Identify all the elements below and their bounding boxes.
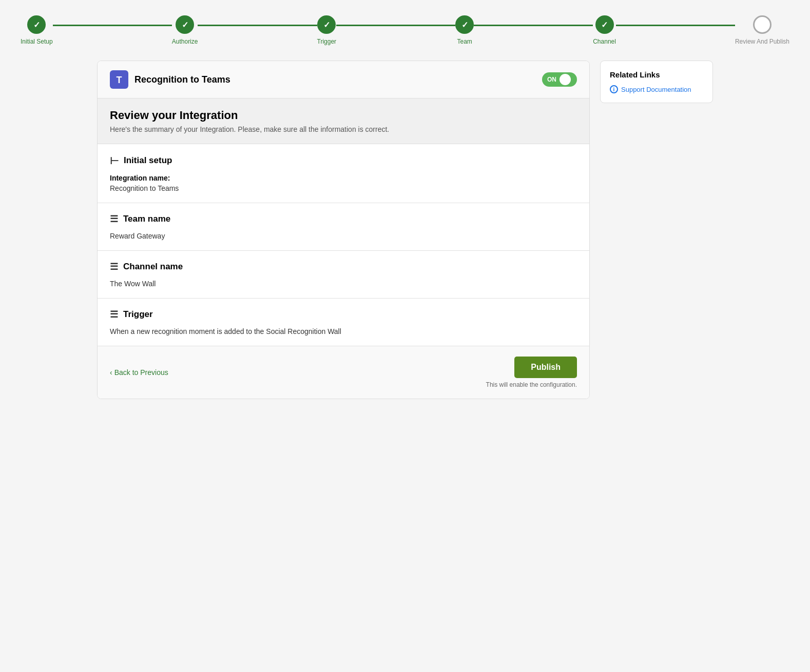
progress-bar: ✓Initial Setup✓Authorize✓Trigger✓Team✓Ch… [10, 15, 800, 45]
step-label-review-and-publish: Review And Publish [735, 38, 789, 45]
step-connector-2 [336, 25, 455, 26]
section-heading-trigger: ☰Trigger [110, 309, 577, 320]
main-layout: T Recognition to Teams ON Review your In… [97, 61, 713, 399]
section-icon-initial-setup: ⊢ [110, 154, 119, 167]
step-authorize: ✓Authorize [172, 15, 198, 45]
section-icon-team-name: ☰ [110, 213, 118, 225]
related-links-title: Related Links [610, 70, 703, 79]
step-connector-3 [474, 25, 593, 26]
toggle-knob [560, 74, 571, 85]
info-section-trigger: ☰TriggerWhen a new recognition moment is… [98, 299, 589, 346]
section-heading-text-initial-setup: Initial setup [124, 155, 172, 166]
section-heading-text-team-name: Team name [123, 214, 170, 224]
step-label-trigger: Trigger [317, 38, 337, 45]
step-channel: ✓Channel [593, 15, 616, 45]
section-icon-trigger: ☰ [110, 309, 118, 320]
back-label: Back to Previous [114, 368, 168, 377]
review-subtitle: Here's the summary of your Integration. … [110, 125, 577, 133]
step-connector-1 [198, 25, 317, 26]
field-label-initial-setup: Integration name: [110, 174, 577, 182]
integration-name-label: Recognition to Teams [134, 74, 230, 85]
info-section-initial-setup: ⊢Initial setupIntegration name:Recogniti… [98, 144, 589, 203]
right-panel: Related Links i Support Documentation [600, 61, 713, 103]
on-off-toggle[interactable]: ON [542, 72, 577, 87]
publish-note: This will enable the configuration. [486, 381, 577, 388]
step-circle-trigger[interactable]: ✓ [317, 15, 336, 34]
checkmark-icon: ✓ [323, 20, 330, 30]
panel-footer: ‹ Back to Previous Publish This will ena… [98, 346, 589, 399]
teams-icon: T [110, 70, 128, 89]
integration-header: T Recognition to Teams ON [98, 61, 589, 98]
step-connector-4 [616, 25, 735, 26]
field-value-team-name: Reward Gateway [110, 232, 577, 240]
step-review-and-publish: Review And Publish [735, 15, 789, 45]
step-circle-initial-setup[interactable]: ✓ [27, 15, 46, 34]
section-heading-team-name: ☰Team name [110, 213, 577, 225]
publish-area: Publish This will enable the configurati… [486, 357, 577, 388]
field-value-trigger: When a new recognition moment is added t… [110, 327, 577, 335]
checkmark-icon: ✓ [461, 20, 468, 30]
support-label: Support Documentation [621, 86, 691, 93]
publish-button[interactable]: Publish [514, 357, 577, 378]
field-value-initial-setup: Recognition to Teams [110, 184, 577, 192]
integration-title-group: T Recognition to Teams [110, 70, 230, 89]
support-documentation-link[interactable]: i Support Documentation [610, 85, 703, 93]
step-label-team: Team [457, 38, 472, 45]
toggle-container[interactable]: ON [542, 72, 577, 87]
section-heading-initial-setup: ⊢Initial setup [110, 154, 577, 167]
section-heading-text-channel-name: Channel name [123, 262, 183, 272]
section-icon-channel-name: ☰ [110, 261, 118, 272]
step-circle-review-and-publish [753, 15, 772, 34]
step-connector-0 [53, 25, 172, 26]
step-circle-channel[interactable]: ✓ [595, 15, 614, 34]
step-label-channel: Channel [593, 38, 616, 45]
step-circle-team[interactable]: ✓ [455, 15, 474, 34]
step-label-initial-setup: Initial Setup [21, 38, 53, 45]
back-to-previous-link[interactable]: ‹ Back to Previous [110, 368, 168, 377]
step-trigger: ✓Trigger [317, 15, 337, 45]
left-panel: T Recognition to Teams ON Review your In… [97, 61, 590, 399]
review-title: Review your Integration [110, 109, 577, 122]
checkmark-icon: ✓ [182, 20, 188, 30]
step-initial-setup: ✓Initial Setup [21, 15, 53, 45]
review-section: Review your Integration Here's the summa… [98, 98, 589, 144]
step-circle-authorize[interactable]: ✓ [176, 15, 194, 34]
info-icon: i [610, 85, 618, 93]
svg-text:T: T [117, 75, 122, 85]
field-value-channel-name: The Wow Wall [110, 280, 577, 288]
info-sections: ⊢Initial setupIntegration name:Recogniti… [98, 144, 589, 346]
step-label-authorize: Authorize [172, 38, 198, 45]
back-arrow-icon: ‹ [110, 368, 112, 377]
toggle-label: ON [547, 76, 556, 83]
info-section-team-name: ☰Team nameReward Gateway [98, 203, 589, 251]
section-heading-channel-name: ☰Channel name [110, 261, 577, 272]
checkmark-icon: ✓ [33, 20, 40, 30]
info-section-channel-name: ☰Channel nameThe Wow Wall [98, 251, 589, 299]
step-team: ✓Team [455, 15, 474, 45]
checkmark-icon: ✓ [601, 20, 608, 30]
section-heading-text-trigger: Trigger [123, 309, 153, 320]
